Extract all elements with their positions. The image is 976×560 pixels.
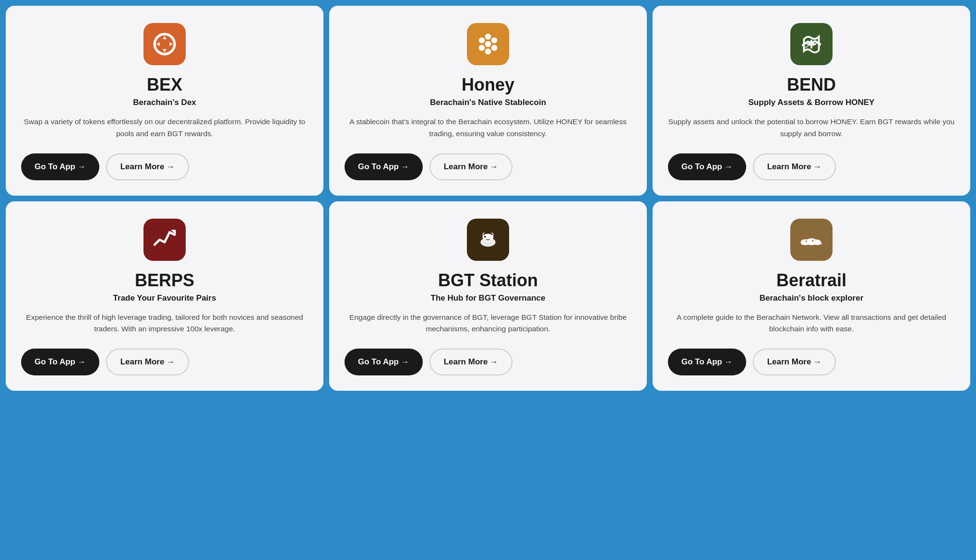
svg-point-10 (485, 48, 491, 54)
learn-more-button-bgt[interactable]: Learn More → (429, 349, 512, 375)
card-buttons-beratrail: Go To App → Learn More → (668, 349, 955, 375)
svg-point-14 (484, 235, 486, 237)
card-title-beratrail: Beratrail (776, 270, 846, 291)
go-to-app-button-bex[interactable]: Go To App → (21, 153, 99, 180)
card-berps: BERPS Trade Your Favourite Pairs Experie… (6, 201, 323, 391)
svg-point-4 (485, 41, 491, 47)
card-title-bgt: BGT Station (438, 270, 538, 291)
card-description-bex: Swap a variety of tokens effortlessly on… (21, 116, 308, 140)
card-buttons-bgt: Go To App → Learn More → (345, 349, 631, 375)
bex-icon (143, 23, 186, 65)
berps-icon (143, 219, 186, 261)
svg-marker-3 (156, 42, 159, 46)
go-to-app-button-honey[interactable]: Go To App → (345, 153, 423, 180)
card-buttons-berps: Go To App → Learn More → (21, 349, 308, 375)
svg-point-8 (491, 45, 497, 51)
card-title-bex: BEX (147, 75, 182, 95)
svg-marker-1 (169, 42, 172, 46)
card-honey: Honey Berachain's Native Stablecoin A st… (329, 6, 647, 196)
svg-point-7 (479, 45, 485, 51)
learn-more-button-beratrail[interactable]: Learn More → (753, 349, 836, 375)
beratrail-icon (790, 219, 833, 261)
card-subtitle-beratrail: Berachain's block explorer (760, 293, 864, 303)
go-to-app-button-bend[interactable]: Go To App → (668, 153, 746, 180)
card-description-beratrail: A complete guide to the Berachain Networ… (668, 312, 955, 336)
svg-marker-0 (163, 36, 167, 39)
card-buttons-honey: Go To App → Learn More → (345, 153, 631, 180)
learn-more-button-bex[interactable]: Learn More → (106, 153, 189, 180)
card-description-berps: Experience the thrill of high leverage t… (21, 312, 308, 336)
svg-point-20 (812, 240, 813, 241)
learn-more-button-berps[interactable]: Learn More → (106, 349, 189, 375)
card-subtitle-berps: Trade Your Favourite Pairs (113, 293, 216, 303)
go-to-app-button-berps[interactable]: Go To App → (21, 349, 99, 375)
learn-more-button-bend[interactable]: Learn More → (753, 153, 836, 180)
svg-point-19 (806, 240, 807, 242)
card-bex: BEX Berachain's Dex Swap a variety of to… (6, 6, 323, 196)
card-description-honey: A stablecoin that's integral to the Bera… (345, 116, 631, 140)
card-subtitle-bex: Berachain's Dex (133, 98, 196, 107)
card-buttons-bex: Go To App → Learn More → (21, 153, 308, 180)
bend-icon (790, 23, 833, 65)
card-title-berps: BERPS (135, 270, 194, 291)
card-bend: BEND Supply Assets & Borrow HONEY Supply… (653, 6, 970, 196)
svg-marker-2 (163, 49, 167, 52)
card-buttons-bend: Go To App → Learn More → (668, 153, 955, 180)
card-title-honey: Honey (462, 75, 514, 95)
card-bgt: BGT Station The Hub for BGT Governance E… (329, 201, 647, 391)
card-subtitle-bend: Supply Assets & Borrow HONEY (749, 98, 875, 107)
honey-icon (467, 23, 509, 65)
learn-more-button-honey[interactable]: Learn More → (429, 153, 512, 180)
card-title-bend: BEND (787, 75, 836, 95)
app-grid: BEX Berachain's Dex Swap a variety of to… (6, 6, 970, 391)
go-to-app-button-beratrail[interactable]: Go To App → (668, 349, 746, 375)
svg-point-6 (491, 37, 497, 43)
card-subtitle-honey: Berachain's Native Stablecoin (430, 98, 546, 107)
svg-point-5 (479, 37, 485, 43)
svg-point-9 (485, 34, 491, 39)
card-description-bgt: Engage directly in the governance of BGT… (345, 312, 631, 336)
svg-point-18 (813, 239, 821, 245)
card-description-bend: Supply assets and unlock the potential t… (668, 116, 955, 140)
go-to-app-button-bgt[interactable]: Go To App → (345, 349, 423, 375)
card-subtitle-bgt: The Hub for BGT Governance (431, 293, 546, 303)
bgt-icon (467, 219, 509, 261)
card-beratrail: Beratrail Berachain's block explorer A c… (653, 201, 970, 391)
